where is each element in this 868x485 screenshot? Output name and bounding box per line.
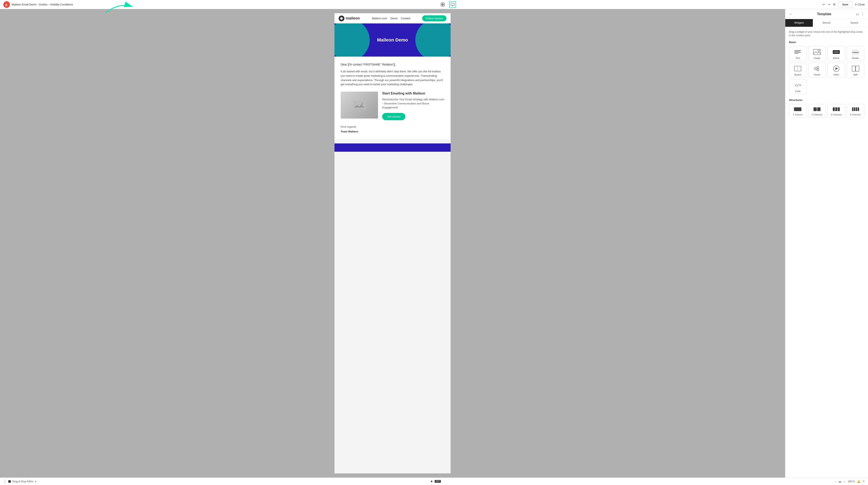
widget-grid: Text Image Button — [789, 46, 864, 94]
app-logo: g. — [3, 1, 10, 8]
text-widget-label: Text — [796, 57, 800, 59]
email-intro: It all started with email, but it defini… — [341, 69, 444, 87]
grid-dots-icon[interactable]: ⠿ — [863, 480, 865, 483]
structure-4col[interactable]: 4 Columns — [847, 104, 864, 118]
widget-button[interactable]: Button — [828, 46, 845, 61]
button-widget-label: Button — [833, 57, 840, 59]
save-button[interactable]: Save — [838, 1, 852, 7]
widget-spacer[interactable]: Spacer — [789, 63, 807, 78]
structure-1col[interactable]: 1 Column — [789, 104, 807, 118]
bottom-left: ⋮ Drag & Drop Editor ▾ — [3, 479, 36, 483]
grid-view-icon[interactable] — [439, 1, 446, 8]
1col-icon — [794, 107, 802, 112]
top-bar-right: ↩ ↪ ⚙ Save ✕ Close — [823, 1, 865, 7]
sidebar-title: Template — [817, 12, 831, 16]
button-widget-icon — [832, 49, 840, 55]
maileon-logo-text: maileon — [346, 16, 360, 21]
svg-point-12 — [818, 50, 819, 52]
svg-rect-30 — [852, 66, 855, 71]
nav-link-contact[interactable]: Contact — [401, 17, 410, 20]
svg-point-10 — [361, 102, 364, 105]
svg-rect-11 — [813, 49, 820, 55]
zoom-level: 100 % — [848, 480, 855, 483]
widget-split[interactable]: Split — [847, 63, 864, 78]
nav-link-maileon[interactable]: Maileon.com — [372, 17, 387, 20]
sidebar-tabs: Widgets Blocks Saved — [785, 19, 868, 27]
vertical-dots-icon[interactable]: ⋮ — [3, 479, 7, 483]
ai-icon: ✦ — [430, 479, 433, 483]
svg-rect-2 — [441, 5, 442, 6]
split-widget-label: Split — [853, 73, 858, 76]
svg-marker-29 — [835, 67, 838, 70]
widget-text[interactable]: Text — [789, 46, 807, 61]
widget-image[interactable]: Image — [808, 46, 826, 61]
2col-label: 2 Columns — [812, 114, 823, 116]
tab-blocks[interactable]: Blocks — [813, 19, 840, 27]
hero-bg-left — [335, 24, 370, 57]
3col-label: 3 Columns — [831, 114, 842, 116]
sidebar-hint: Drag a widget of your choice into one of… — [789, 30, 864, 37]
1col-label: 1 Column — [793, 114, 803, 116]
email-nav: maileon Maileon.com Demo Contact Online … — [335, 13, 451, 24]
video-widget-label: Video — [833, 73, 839, 76]
social-widget-label: Social — [814, 73, 820, 76]
code-widget-icon: </> — [794, 82, 802, 88]
sidebar-menu-icon[interactable]: ⋮ — [861, 12, 864, 16]
page-title: Maileon Email Demo - Guides - Visibility… — [11, 3, 73, 6]
editor-mode-icon — [8, 480, 11, 483]
settings-icon[interactable]: ⚙ — [833, 2, 836, 6]
split-content: Start Emailing with Maileon Revolutioniz… — [382, 92, 444, 120]
widget-divider[interactable]: Divider — [847, 46, 864, 61]
bottom-right: − ▬ ○ 100 % 🔔 ⠿ — [835, 480, 865, 483]
tab-saved[interactable]: Saved — [840, 19, 868, 27]
sidebar-back-icon[interactable]: ← — [789, 12, 792, 16]
svg-text:f: f — [815, 68, 815, 70]
split-image — [341, 92, 378, 119]
redo-icon[interactable]: ↪ — [828, 2, 830, 6]
notification-icon[interactable]: 🔔 — [857, 480, 860, 483]
off-badge: OFF — [435, 480, 441, 483]
zoom-in-icon[interactable]: ○ — [844, 480, 845, 483]
video-widget-icon — [832, 65, 840, 72]
tab-widgets[interactable]: Widgets — [785, 19, 813, 27]
maileon-logo-icon — [339, 15, 344, 21]
svg-rect-4 — [451, 3, 454, 5]
structure-3col[interactable]: 3 Columns — [828, 104, 845, 118]
svg-rect-0 — [441, 3, 442, 4]
sidebar-header-icons: ⚏ ⋮ — [856, 12, 864, 16]
sidebar-header: ← Template ⚏ ⋮ — [785, 9, 868, 19]
top-bar-center — [439, 1, 456, 8]
sidebar-filter-icon[interactable]: ⚏ — [856, 12, 859, 16]
svg-point-8 — [340, 17, 343, 20]
zoom-bar: ▬ — [839, 480, 841, 483]
undo-icon[interactable]: ↩ — [823, 2, 825, 6]
widget-social[interactable]: f + ✕ Social — [808, 63, 826, 78]
svg-text:✕: ✕ — [817, 69, 818, 71]
widget-code[interactable]: </> Code — [789, 79, 807, 94]
svg-point-22 — [814, 68, 816, 70]
desktop-view-icon[interactable] — [450, 1, 456, 8]
canvas-area: maileon Maileon.com Demo Contact Online … — [0, 9, 785, 478]
hero-title: Maileon Demo — [377, 37, 408, 43]
4col-icon — [851, 107, 860, 112]
text-widget-icon — [794, 49, 802, 55]
svg-rect-31 — [856, 66, 859, 71]
email-footer-team: Team Maileon — [341, 130, 444, 133]
online-version-button[interactable]: Online Version — [422, 15, 446, 21]
widget-video[interactable]: Video — [828, 63, 845, 78]
close-button[interactable]: ✕ Close — [855, 3, 865, 6]
editor-dropdown-icon[interactable]: ▾ — [35, 480, 36, 483]
structure-2col[interactable]: 2 Columns — [808, 104, 826, 118]
nav-link-demo[interactable]: Demo — [391, 17, 398, 20]
email-footer-regards: Kind regards, — [341, 125, 444, 128]
code-widget-label: Code — [795, 90, 800, 92]
svg-rect-1 — [443, 3, 444, 4]
svg-rect-3 — [443, 5, 444, 6]
top-bar-left: g. Maileon Email Demo - Guides - Visibil… — [3, 1, 73, 8]
top-bar: g. Maileon Email Demo - Guides - Visibil… — [0, 0, 868, 9]
get-started-button[interactable]: Get started — [382, 113, 405, 120]
basic-section-label: Basic — [789, 41, 864, 44]
split-text: Revolutionize Your Email Strategy with M… — [382, 97, 444, 110]
zoom-out-icon[interactable]: − — [835, 480, 836, 483]
email-body: Dear [[% contact 'FIRSTNAME' 'Relation']… — [335, 57, 451, 139]
